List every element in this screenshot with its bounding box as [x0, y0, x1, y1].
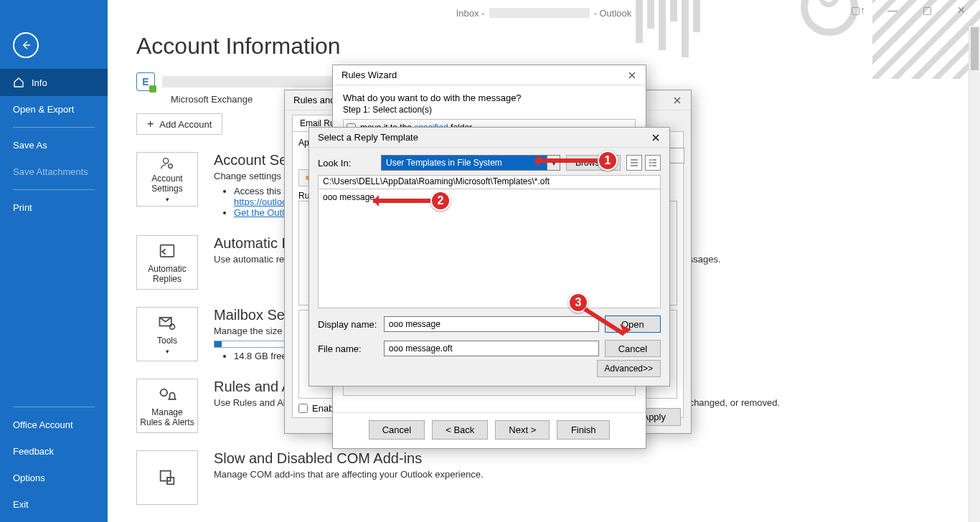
exchange-icon: E [136, 72, 155, 91]
callout-2: 2 [373, 191, 451, 211]
user-gear-icon [157, 156, 177, 171]
close-window-button[interactable]: ✕ [951, 4, 971, 16]
callout-number: 2 [430, 191, 451, 211]
list-view-icon[interactable] [626, 155, 642, 171]
envelope-gear-icon [157, 313, 177, 333]
tools-button[interactable]: Tools▾ [136, 307, 198, 361]
wizard-back-button[interactable]: < Back [432, 420, 488, 440]
file-list[interactable]: ooo message [318, 189, 661, 308]
automatic-replies-button[interactable]: Automatic Replies [136, 235, 198, 290]
file-name-input[interactable] [384, 341, 599, 356]
look-in-label: Look In: [318, 158, 375, 169]
svg-rect-6 [161, 471, 171, 481]
chevron-down-icon: ▾ [166, 196, 169, 203]
file-name-label: File name: [318, 343, 378, 354]
page-title: Account Information [136, 33, 980, 60]
combo-value: User Templates in File System [382, 158, 547, 168]
sidebar-label: Options [13, 473, 45, 483]
manage-addins-button[interactable] [136, 450, 198, 505]
titlebar-prefix: Inbox - [456, 8, 485, 19]
callout-number: 1 [598, 151, 618, 171]
backstage-sidebar: Info Open & Export Save As Save Attachme… [0, 0, 108, 522]
titlebar-account-redacted [489, 8, 590, 18]
sidebar-item-exit[interactable]: Exit [0, 491, 108, 518]
wizard-cancel-button[interactable]: Cancel [369, 420, 425, 440]
manage-rules-alerts-button[interactable]: Manage Rules & Alerts [136, 379, 198, 433]
advanced-button[interactable]: Advanced>> [597, 360, 661, 377]
dialog-title: Rules Wizard [341, 70, 397, 80]
sidebar-item-office-account[interactable]: Office Account [0, 412, 108, 438]
display-name-label: Display name: [318, 319, 378, 330]
dialog-title: Select a Reply Template [318, 132, 418, 143]
sidebar-label: Open & Export [13, 104, 74, 115]
sidebar-label: Office Account [13, 419, 73, 430]
sidebar-label: Feedback [13, 446, 54, 457]
callout-3: 3 [568, 293, 588, 313]
wizard-question: What do you want to do with the message? [343, 92, 636, 103]
plus-icon: + [147, 118, 154, 130]
svg-point-5 [161, 389, 167, 396]
sidebar-label: Info [32, 77, 47, 88]
wizard-next-button[interactable]: Next > [495, 420, 550, 440]
sidebar-label: Print [13, 202, 32, 213]
maximize-button[interactable]: ▢ [917, 4, 937, 16]
sidebar-item-options[interactable]: Options [0, 465, 108, 491]
home-icon [13, 77, 24, 88]
sidebar-label: Save As [13, 140, 47, 151]
add-account-label: Add Account [159, 119, 212, 130]
svg-point-0 [164, 158, 169, 163]
sidebar-item-info[interactable]: Info [0, 69, 108, 96]
minimize-button[interactable]: — [882, 4, 903, 16]
sidebar-label: Exit [13, 499, 29, 510]
path-bar: C:\Users\DELL\AppData\Roaming\Microsoft\… [318, 175, 661, 189]
sidebar-item-save-attachments: Save Attachments [0, 158, 108, 185]
close-icon[interactable] [646, 130, 665, 145]
cancel-button[interactable]: Cancel [605, 340, 661, 357]
sidebar-item-open-export[interactable]: Open & Export [0, 96, 108, 123]
sidebar-item-save-as[interactable]: Save As [0, 132, 108, 158]
chevron-down-icon: ▾ [166, 348, 169, 355]
svg-point-4 [170, 324, 175, 329]
close-icon[interactable] [623, 68, 641, 82]
ribbon-display-icon[interactable]: ▢↑ [848, 4, 868, 16]
sidebar-label: Save Attachments [13, 166, 88, 177]
svg-point-1 [169, 164, 173, 169]
reply-icon [157, 242, 177, 262]
section-desc: Manage COM add-ins that are affecting yo… [214, 468, 484, 481]
section-title: Slow and Disabled COM Add-ins [214, 450, 484, 467]
button-label: Tools [157, 336, 177, 346]
button-label: Manage Rules & Alerts [140, 407, 194, 427]
details-view-icon[interactable] [645, 155, 661, 171]
add-account-button[interactable]: + Add Account [136, 113, 222, 135]
button-label: Automatic Replies [140, 264, 194, 284]
addin-icon [157, 468, 177, 488]
back-button[interactable] [13, 32, 39, 58]
wizard-finish-button[interactable]: Finish [557, 420, 610, 440]
close-icon[interactable] [668, 93, 687, 108]
callout-1: 1 [534, 151, 618, 171]
sidebar-item-print[interactable]: Print [0, 194, 108, 221]
sidebar-item-feedback[interactable]: Feedback [0, 438, 108, 465]
titlebar-suffix: - Outlook [594, 8, 632, 19]
display-name-input[interactable] [384, 316, 599, 332]
enable-rss-rules-checkbox[interactable] [298, 404, 308, 413]
account-settings-button[interactable]: Account Settings▾ [136, 152, 198, 207]
gear-bell-icon [157, 385, 177, 405]
wizard-step1-label: Step 1: Select action(s) [343, 105, 636, 115]
button-label: Account Settings [140, 174, 194, 194]
